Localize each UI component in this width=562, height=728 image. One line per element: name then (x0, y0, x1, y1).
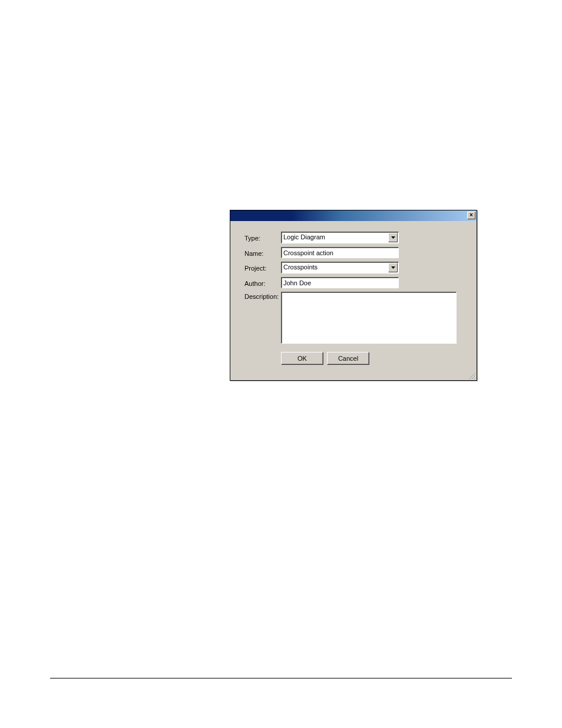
row-author: Author: (244, 277, 462, 288)
label-name: Name: (244, 249, 281, 257)
footer-rule (50, 678, 512, 678)
row-type: Type: Logic Diagram (244, 232, 462, 243)
resize-grip-icon (468, 371, 476, 380)
chevron-down-icon (391, 236, 395, 239)
project-dropdown-button[interactable] (388, 263, 398, 272)
close-icon: × (470, 212, 473, 218)
dialog-titlebar: × (230, 210, 477, 221)
project-dropdown[interactable]: Crosspoints (281, 262, 399, 274)
project-value: Crosspoints (282, 262, 388, 273)
cancel-button[interactable]: Cancel (327, 352, 369, 365)
name-input[interactable] (281, 247, 399, 258)
resize-grip[interactable] (468, 371, 476, 380)
type-value: Logic Diagram (282, 232, 388, 243)
properties-dialog: × Type: Logic Diagram Name: Project: Cro… (230, 210, 477, 381)
type-dropdown[interactable]: Logic Diagram (281, 232, 399, 243)
dialog-body: Type: Logic Diagram Name: Project: Cross… (230, 221, 477, 371)
ok-button[interactable]: OK (281, 352, 323, 365)
description-textarea[interactable] (281, 292, 457, 344)
dialog-button-row: OK Cancel (281, 352, 462, 365)
svg-line-7 (475, 378, 475, 379)
label-description: Description: (244, 292, 281, 300)
svg-marker-0 (391, 236, 395, 239)
row-name: Name: (244, 247, 462, 258)
label-project: Project: (244, 263, 281, 272)
type-dropdown-button[interactable] (388, 233, 398, 242)
label-author: Author: (244, 279, 281, 287)
label-type: Type: (244, 233, 281, 242)
close-button[interactable]: × (467, 212, 475, 219)
author-input[interactable] (281, 277, 399, 288)
row-project: Project: Crosspoints (244, 262, 462, 274)
svg-marker-1 (391, 266, 395, 269)
row-description: Description: (244, 292, 462, 344)
chevron-down-icon (391, 266, 395, 269)
